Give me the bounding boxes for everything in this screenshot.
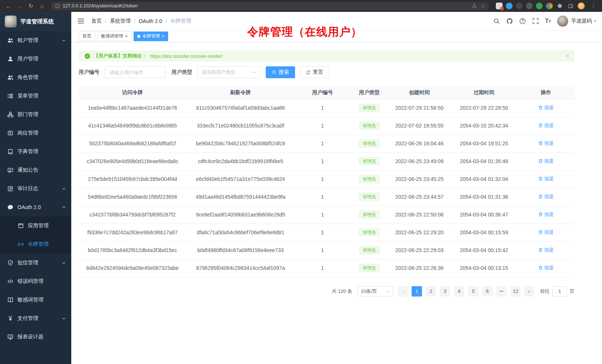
force-logout-button[interactable]: 强退: [538, 193, 554, 200]
created-at-cell: 2022-07-02 18:55:55: [388, 117, 451, 135]
tab-oauth2-token[interactable]: 令牌管理×: [134, 32, 168, 41]
sidebar-item-dept[interactable]: 部门管理: [0, 105, 71, 124]
pagination-page-1[interactable]: 1: [412, 286, 422, 297]
chevron-up-icon: [62, 205, 66, 209]
search-button[interactable]: 搜索: [266, 66, 295, 78]
sidebar-item-sms[interactable]: 短信管理: [0, 254, 71, 272]
force-logout-button[interactable]: 强退: [538, 211, 554, 218]
sidebar-item-menu[interactable]: 菜单管理: [0, 87, 71, 105]
force-logout-button[interactable]: 强退: [538, 247, 554, 254]
sidebar-item-user[interactable]: 用户管理: [0, 50, 71, 68]
tab-home[interactable]: 首页: [79, 32, 95, 41]
sidebar-item-audit-log[interactable]: 审计日志: [0, 179, 71, 198]
puzzle-extensions-icon[interactable]: [556, 2, 563, 10]
sidebar-item-oauth2-app[interactable]: 应用管理: [0, 216, 71, 235]
force-logout-button[interactable]: 强退: [538, 265, 554, 271]
alert-close-icon[interactable]: ×: [566, 53, 569, 59]
home-button[interactable]: ⌂: [37, 1, 47, 11]
sidebar-item-sensitive-word[interactable]: 敏感词管理: [0, 291, 71, 309]
table-row: 275e5de9151045fe87cbdc395e004f4de6cfd40e…: [79, 170, 575, 188]
sidebar-item-post[interactable]: 岗位管理: [0, 124, 71, 142]
user-type-cell: 管理员: [350, 241, 388, 259]
bookmark-star-icon[interactable]: ☆: [481, 3, 485, 9]
sidebar-item-report-designer[interactable]: 报表设计器: [0, 328, 71, 346]
extension-icon[interactable]: [546, 3, 553, 9]
forward-button[interactable]: →: [15, 1, 24, 11]
github-icon[interactable]: [506, 18, 513, 24]
sidebar-item-oauth2-token[interactable]: 令牌管理: [0, 235, 71, 254]
breadcrumb-separator: /: [166, 18, 167, 24]
sidebar-item-error-code[interactable]: 错误码管理: [0, 272, 71, 291]
tab-close-icon[interactable]: ×: [162, 34, 164, 39]
reset-button[interactable]: 重置: [300, 66, 329, 78]
refresh-button[interactable]: ↻: [26, 1, 36, 11]
sidebar-item-pay[interactable]: 支付管理: [0, 309, 71, 328]
breadcrumb-item[interactable]: OAuth 2.0: [139, 18, 162, 24]
side-panel-icon[interactable]: [567, 2, 574, 10]
browser-menu-icon[interactable]: ⋮: [589, 1, 598, 11]
sidebar-item-label: OAuth 2.0: [17, 204, 41, 210]
search-icon[interactable]: [493, 18, 500, 24]
sidebar-item-label: 岗位管理: [17, 130, 38, 136]
force-logout-button[interactable]: 强退: [538, 122, 554, 129]
pagination-prev-button[interactable]: ‹: [398, 286, 409, 297]
force-logout-button[interactable]: 强退: [538, 140, 554, 147]
code-icon: [7, 278, 13, 284]
user-type-cell: 管理员: [350, 259, 388, 277]
goto-label: 前往: [540, 288, 550, 295]
user-type-select[interactable]: 请选择用户类型: [197, 66, 261, 78]
tab-close-icon[interactable]: ×: [125, 34, 128, 39]
fullscreen-icon[interactable]: [532, 18, 539, 24]
extension-icon[interactable]: [496, 3, 503, 9]
sidebar-item-dict[interactable]: 字典管理: [0, 142, 71, 161]
app-icon: [18, 223, 24, 229]
tab-sensitive-word[interactable]: 敏感词管理×: [97, 32, 131, 41]
sidebar-item-role[interactable]: 角色管理: [0, 68, 71, 87]
help-icon[interactable]: [519, 18, 526, 24]
app-logo[interactable]: 芋道管理系统: [0, 12, 71, 31]
action-cell: 强退: [517, 152, 575, 170]
pagination-page-3[interactable]: 3: [440, 286, 450, 297]
user-type-tag: 管理员: [359, 193, 380, 201]
pagination-page-6[interactable]: 6: [482, 286, 493, 297]
goto-page-input[interactable]: [552, 286, 567, 297]
pagination-ellipsis[interactable]: •••: [496, 286, 507, 297]
share-icon[interactable]: [472, 3, 477, 9]
sidebar-item-tenant[interactable]: 租户管理: [0, 31, 71, 50]
extension-icon[interactable]: [516, 3, 523, 9]
user-icon: [7, 56, 13, 62]
force-logout-button[interactable]: 强退: [538, 158, 554, 165]
force-logout-button[interactable]: 强退: [538, 176, 554, 182]
expires-at-cell: 2054-03-04 01:32:04: [451, 170, 517, 188]
address-bar[interactable]: 127.0.0.1:1024/system/oauth2/token ☆: [51, 2, 489, 10]
browser-profile-avatar[interactable]: [578, 2, 585, 10]
created-at-cell: 2022-06-25 23:44:57: [388, 188, 451, 206]
extension-icon[interactable]: [536, 3, 543, 9]
sidebar-item-notice[interactable]: 通知公告: [0, 161, 71, 179]
column-header: 访问令牌: [79, 86, 186, 99]
sidebar-item-oauth2[interactable]: OAuth 2.0: [0, 198, 71, 216]
pagination-page-5[interactable]: 5: [468, 286, 478, 297]
pagination-next-button[interactable]: ›: [524, 286, 534, 297]
doc-link[interactable]: https://doc.iocoder.cn/user-center/: [150, 53, 223, 59]
force-logout-button[interactable]: 强退: [538, 229, 554, 236]
tab-active-dot: [137, 35, 140, 38]
force-logout-label: 强退: [544, 140, 554, 147]
collapse-sidebar-icon[interactable]: [77, 17, 85, 25]
pagination-page-12[interactable]: 12: [510, 286, 521, 297]
table-row: c347026e805e4d99b0d116eae66eda8ccdfc4ce9…: [79, 152, 575, 170]
extension-icon[interactable]: [506, 3, 513, 9]
font-size-icon[interactable]: TT: [545, 18, 551, 24]
page-size-select[interactable]: 10条/页: [357, 286, 393, 297]
pagination-page-4[interactable]: 4: [454, 286, 464, 297]
back-button[interactable]: ←: [4, 1, 13, 11]
breadcrumb-item[interactable]: 系统管理: [110, 18, 131, 24]
site-info-icon[interactable]: [55, 3, 60, 9]
pagination-page-2[interactable]: 2: [426, 286, 436, 297]
force-logout-button[interactable]: 强退: [538, 105, 554, 111]
extension-icon[interactable]: [526, 3, 533, 9]
user-dropdown[interactable]: 芋道源码 ▾: [557, 16, 596, 27]
user-id-input[interactable]: [105, 66, 166, 78]
created-at-cell: 2022-06-25 23:45:25: [388, 170, 451, 188]
breadcrumb-item[interactable]: 首页: [91, 18, 102, 24]
